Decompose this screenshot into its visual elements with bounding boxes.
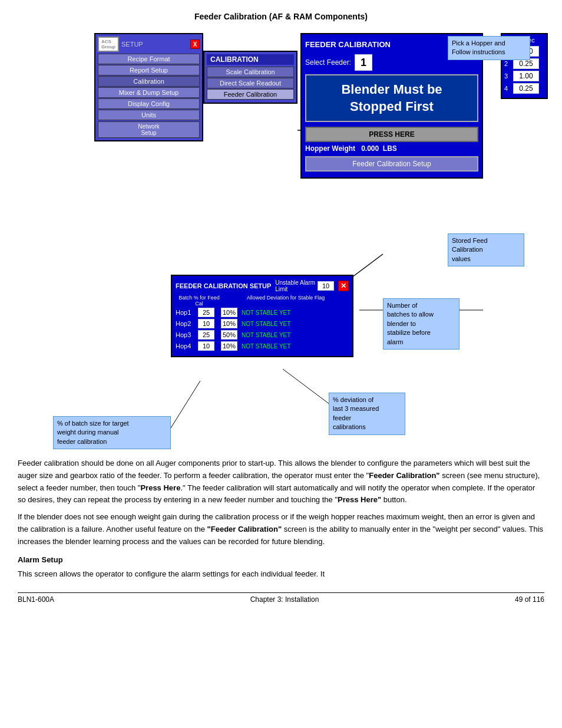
fcs-col-batch-header: Batch % for Feed Cal [176,295,223,307]
annotation-batch-pct: % of batch size for target weight during… [53,416,171,449]
feeder-cal-title: FEEDER CALIBRATION [305,40,391,49]
annotation-stored-feed: Stored Feed Calibration values [448,233,524,266]
fcs-row-hop4: Hop4 10 10% NOT STABLE YET [176,341,349,351]
wtsec-row-4: 4 0.25 [504,83,544,94]
acs-menu-units[interactable]: Units [98,110,200,120]
network-row: NetworkSetup [98,121,200,138]
fcs-hop4-status: NOT STABLE YET [242,343,290,350]
acs-header: ACS Group SETUP X [98,37,200,52]
alarm-limit-value[interactable]: 10 [318,281,334,291]
bold-press-here2: Press Here" [338,495,381,504]
svg-line-7 [171,381,200,428]
fcs-hop4-batch-val[interactable]: 10 [198,341,214,351]
acs-logo: ACS Group [98,37,119,52]
fcs-hop1-pct-val[interactable]: 10% [221,308,237,317]
feeder-select-label: Select Feeder: [305,58,351,67]
feeder-calibration-btn[interactable]: Feeder Calibration [207,89,294,100]
acs-menu-mixer-dump[interactable]: Mixer & Dump Setup [98,87,200,98]
hopper-weight-display: Hopper Weight 0.000 LBS [305,144,478,153]
calibration-submenu-title: CALIBRATION [207,54,294,65]
fcs-hop2-label: Hop2 [176,320,196,327]
blender-stopped-box: Blender Must be Stopped First [305,74,478,122]
fcs-hop2-status: NOT STABLE YET [242,321,290,327]
fcs-col-headers: Batch % for Feed Cal Allowed Deviation f… [176,295,349,307]
press-here-button[interactable]: PRESS HERE [305,127,478,142]
body-para1: Feeder calibration should be done on all… [18,457,544,506]
acs-menu-calibration[interactable]: Calibration [98,76,200,87]
fcs-hop3-status: NOT STABLE YET [242,332,290,338]
bold-feeder-cal2: "Feeder Calibration" [207,525,282,533]
fcs-hop2-batch-val[interactable]: 10 [198,319,214,328]
footer-center: Chapter 3: Installation [250,595,319,604]
feeder-select-number[interactable]: 1 [355,54,372,71]
bold-press-here: Press Here [140,483,180,492]
fcs-title: FEEDER CALIBRATION SETUP [176,282,271,289]
fcs-hop3-label: Hop3 [176,331,196,338]
alarm-limit-label: Unstable AlarmLimit [275,279,315,292]
acs-menu-display-config[interactable]: Display Config [98,98,200,109]
fcs-hop1-label: Hop1 [176,309,196,316]
annotation-pick-hopper: Pick a Hopper and Follow instructions [448,36,530,60]
annotation-deviation: % deviation of last 3 measured feeder ca… [329,393,405,435]
scale-calibration-btn[interactable]: Scale Calibration [207,67,294,77]
wtsec-val-4[interactable]: 0.25 [513,83,539,94]
fcs-hop1-batch-val[interactable]: 25 [198,308,214,317]
fcs-row-hop3: Hop3 25 50% NOT STABLE YET [176,330,349,340]
acs-menu-recipe-format[interactable]: Recipe Format [98,54,200,64]
fcs-hop3-pct-val[interactable]: 50% [221,330,237,340]
acs-menu-report-setup[interactable]: Report Setup [98,65,200,75]
acs-logo-group: Group [101,44,115,50]
footer-bar: BLN1-600A Chapter 3: Installation 49 of … [18,592,544,604]
body-text-section: Feeder calibration should be done on all… [18,457,544,581]
footer-left: BLN1-600A [18,595,54,604]
feeder-calibration-setup-button[interactable]: Feeder Calibration Setup [305,156,478,172]
fcs-hop2-pct-val[interactable]: 10% [221,319,237,328]
page-title: Feeder Calibration (AF & RAM Components) [18,12,544,21]
direct-scale-readout-btn[interactable]: Direct Scale Readout [207,78,294,88]
fcs-close-button[interactable]: ✕ [338,281,349,291]
hopper-weight-unit: LBS [383,144,397,153]
footer-right: 49 of 116 [515,595,544,604]
blender-text-line1: Blender Must be [312,81,471,98]
fcs-row-hop2: Hop2 10 10% NOT STABLE YET [176,319,349,328]
fcs-hop4-pct-val[interactable]: 10% [221,341,237,351]
wtsec-num-3: 3 [504,73,511,80]
acs-close-button[interactable]: X [190,39,200,49]
alarm-setup-title: Alarm Setup [18,554,544,566]
wtsec-num-4: 4 [504,85,511,92]
acs-logo-sub: ACS [101,39,115,44]
diagram-area: ACS Group SETUP X Recipe Format Report S… [18,27,548,452]
calibration-submenu: CALIBRATION Scale Calibration Direct Sca… [203,51,297,104]
fcs-header: FEEDER CALIBRATION SETUP Unstable AlarmL… [176,279,349,292]
wtsec-val-3[interactable]: 1.00 [513,71,539,81]
annotation-batches: Number of batches to allow blender to st… [383,298,459,350]
acs-setup-label: SETUP [121,41,143,48]
fcs-hop3-batch-val[interactable]: 25 [198,330,214,340]
wtsec-num-2: 2 [504,60,511,67]
fcs-hop4-label: Hop4 [176,342,196,350]
network-setup-btn[interactable]: NetworkSetup [98,121,200,138]
fcs-col-allowed-header: Allowed Deviation for Stable Flag [223,295,349,307]
body-para3: This screen allows the operator to confi… [18,568,544,581]
body-para2: If the blender does not see enough weigh… [18,511,544,548]
wtsec-row-3: 3 1.00 [504,71,544,81]
feeder-cal-setup-panel: FEEDER CALIBRATION SETUP Unstable AlarmL… [171,275,353,357]
svg-line-6 [283,369,330,404]
bold-feeder-cal: Feeder Calibration" [369,471,439,480]
hopper-weight-value: 0.000 [361,144,379,153]
fcs-hop1-status: NOT STABLE YET [242,309,290,316]
blender-text-line2: Stopped First [312,98,471,116]
fcs-row-hop1: Hop1 25 10% NOT STABLE YET [176,308,349,317]
acs-setup-menu: ACS Group SETUP X Recipe Format Report S… [94,33,203,141]
